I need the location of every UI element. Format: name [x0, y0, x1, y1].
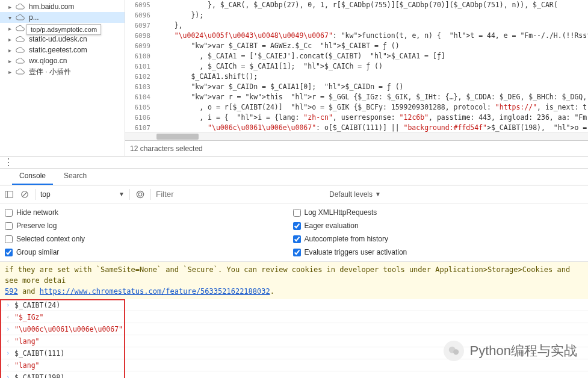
setting-label: Evaluate triggers user activation: [305, 248, 407, 256]
setting-left-2[interactable]: Selected context only: [5, 235, 293, 243]
clear-console-icon[interactable]: [19, 189, 30, 200]
tree-item-label: p...: [29, 13, 39, 22]
setting-right-0[interactable]: Log XMLHttpRequests: [293, 208, 581, 217]
tab-search[interactable]: Search: [57, 168, 94, 185]
wechat-icon: [444, 341, 464, 361]
checkbox[interactable]: [5, 222, 13, 230]
horizontal-scrollbar[interactable]: [125, 132, 588, 140]
drawer-handle[interactable]: ⋮: [0, 156, 588, 169]
line-gutter: 6095609660976098609961006101610261036104…: [125, 0, 155, 132]
cloud-icon: [16, 46, 25, 54]
code-editor[interactable]: 6095609660976098609961006101610261036104…: [125, 0, 588, 156]
tree-item[interactable]: ▸壹伴 · 小插件: [0, 66, 125, 77]
setting-right-2[interactable]: Autocomplete from history: [293, 235, 581, 243]
setting-left-0[interactable]: Hide network: [5, 208, 293, 217]
sources-tree[interactable]: ▸hm.baidu.com▾p...▸...▸static-ud.udesk.c…: [0, 0, 125, 156]
live-expression-icon[interactable]: [135, 189, 146, 200]
tree-item[interactable]: ▸wx.qlogo.cn: [0, 55, 125, 66]
svg-rect-0: [5, 191, 13, 197]
console-line[interactable]: › "\u006c\u0061\u006e\u0067": [0, 323, 588, 335]
cloud-icon: [16, 68, 25, 75]
console-settings: Hide networkPreserve logSelected context…: [0, 203, 588, 262]
svg-point-7: [453, 349, 459, 355]
tab-console[interactable]: Console: [12, 168, 53, 185]
setting-label: Group similar: [16, 248, 59, 256]
setting-right-3[interactable]: Evaluate triggers user activation: [293, 248, 581, 256]
checkbox[interactable]: [5, 235, 13, 243]
cloud-icon: [16, 14, 25, 21]
filter-input[interactable]: [156, 188, 324, 200]
watermark: Python编程与实战: [444, 341, 578, 361]
toggle-sidebar-icon[interactable]: [4, 189, 14, 200]
setting-label: Preserve log: [16, 222, 57, 230]
tree-item-label: hm.baidu.com: [29, 2, 74, 11]
tree-item[interactable]: ▸static-ud.udesk.cn: [0, 34, 125, 45]
setting-label: Eager evaluation: [305, 222, 359, 230]
drawer-tabs: Console Search: [0, 169, 588, 185]
console-line[interactable]: ›$_CAIBT(24): [0, 299, 588, 311]
context-selector[interactable]: top▼: [40, 190, 125, 199]
tree-item[interactable]: ▸static.geetest.com: [0, 45, 125, 55]
checkbox[interactable]: [5, 209, 13, 217]
console-warning: if they are set with `SameSite=None` and…: [0, 262, 588, 299]
setting-label: Autocomplete from history: [305, 235, 388, 243]
tree-item-label: static.geetest.com: [29, 46, 87, 54]
tree-item-label: static-ud.udesk.cn: [29, 35, 87, 43]
setting-right-1[interactable]: Eager evaluation: [293, 222, 581, 230]
console-line[interactable]: ‹"lang": [0, 359, 588, 371]
svg-point-5: [137, 191, 143, 197]
editor-status: 12 characters selected: [125, 140, 588, 156]
console-output[interactable]: ›$_CAIBT(24)‹"$_IGz"› "\u006c\u0061\u006…: [0, 299, 588, 378]
cloud-icon: [16, 25, 25, 32]
checkbox[interactable]: [293, 235, 301, 243]
code-content[interactable]: }, $_CAR(, $_CADbp(27), 0, 1, r[$_CADbp(…: [155, 0, 588, 132]
setting-left-3[interactable]: Group similar: [5, 248, 293, 256]
console-line[interactable]: ›$_CAIBT(198): [0, 371, 588, 378]
cloud-icon: [16, 3, 25, 10]
tree-item-label: 壹伴 · 小插件: [29, 67, 71, 77]
svg-point-4: [138, 193, 142, 196]
checkbox[interactable]: [293, 249, 301, 256]
tree-tooltip: top/p.adsymptotic.com: [26, 24, 101, 35]
warning-link-592[interactable]: 592: [5, 287, 18, 296]
setting-left-1[interactable]: Preserve log: [5, 222, 293, 230]
svg-line-3: [23, 192, 27, 196]
checkbox[interactable]: [5, 249, 13, 256]
log-levels-selector[interactable]: Default levels▼: [329, 190, 381, 199]
tree-item[interactable]: ▾p...: [0, 12, 125, 23]
console-toolbar: top▼ Default levels▼: [0, 185, 588, 203]
cloud-icon: [16, 57, 25, 64]
tree-item-label: wx.qlogo.cn: [29, 57, 67, 65]
setting-label: Hide network: [16, 208, 58, 217]
checkbox[interactable]: [293, 209, 301, 217]
cloud-icon: [16, 36, 25, 43]
checkbox[interactable]: [293, 222, 301, 230]
warning-link-chromestatus[interactable]: https://www.chromestatus.com/feature/563…: [40, 287, 270, 296]
console-line[interactable]: ‹"$_IGz": [0, 311, 588, 323]
setting-label: Selected context only: [16, 235, 85, 243]
setting-label: Log XMLHttpRequests: [305, 208, 377, 217]
tree-item[interactable]: ▸hm.baidu.com: [0, 1, 125, 12]
